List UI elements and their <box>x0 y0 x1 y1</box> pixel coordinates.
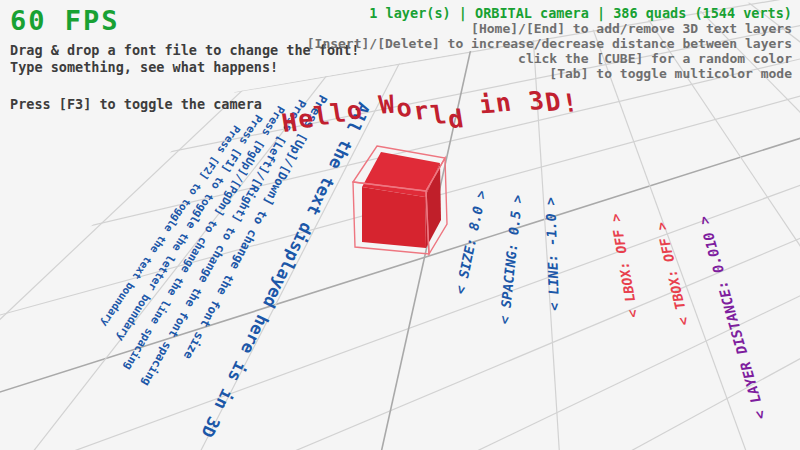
cube-front-face[interactable] <box>362 187 426 248</box>
app-window: Press [F2] to toggle the text boundaryPr… <box>0 0 800 450</box>
tip-toggle-camera: Press [F3] to toggle the camera <box>10 97 360 112</box>
help-layer-distance: [Insert]/[Delete] to increase/decrease d… <box>307 37 792 52</box>
help-add-remove-layers: [Home]/[End] to add/remove 3D text layer… <box>307 22 792 37</box>
help-cube-random-color: click the [CUBE] for a random color <box>307 52 792 67</box>
status-line: 1 layer(s) | ORBITAL camera | 386 quads … <box>307 6 792 21</box>
hud-right: 1 layer(s) | ORBITAL camera | 386 quads … <box>307 6 792 81</box>
help-multicolor-mode: [Tab] to toggle multicolor mode <box>307 67 792 82</box>
cube-solid[interactable] <box>362 152 441 248</box>
